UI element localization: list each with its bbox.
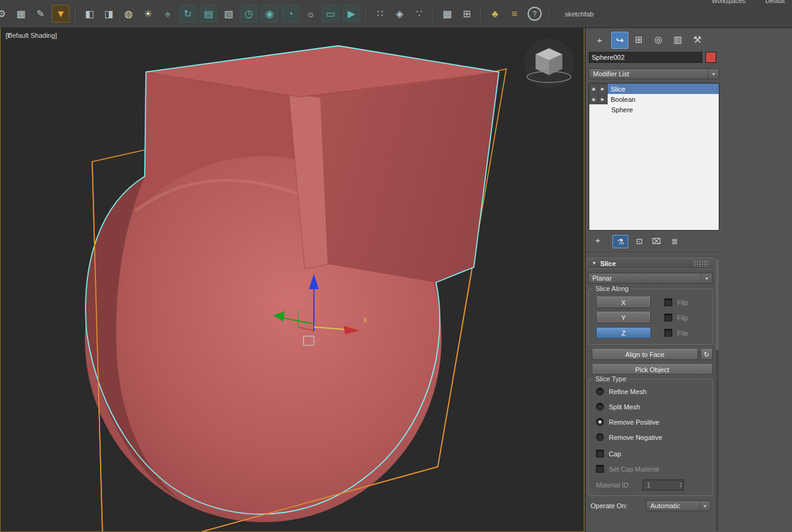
expand-arrow-icon[interactable]: ▶ — [598, 84, 608, 94]
scrollbar-thumb[interactable] — [716, 259, 719, 350]
slice-axis-z-button[interactable]: Z — [596, 327, 651, 339]
rollout-title: Slice — [600, 260, 616, 267]
stack-row-slice[interactable]: ◉ ▶ Slice — [589, 84, 719, 94]
list-box-icon[interactable]: ▤ — [200, 5, 217, 23]
tab-hierarchy[interactable]: ⊞ — [631, 32, 647, 48]
pin-stack-icon[interactable]: ⌖ — [590, 235, 605, 247]
cap-checkbox[interactable] — [596, 450, 604, 458]
remove-negative-label: Remove Negative — [609, 434, 662, 441]
forest-tool-icon[interactable]: ♣ — [487, 5, 503, 22]
slice-axis-x-button[interactable]: X — [596, 297, 651, 308]
viewcube[interactable] — [524, 38, 574, 88]
split-mesh-radio[interactable] — [596, 403, 604, 411]
align-sync-icon[interactable]: ↻ — [700, 349, 713, 360]
remove-modifier-icon[interactable]: ⌧ — [649, 235, 664, 247]
panel-scrollbar[interactable] — [716, 257, 719, 531]
material-id-spinner: 1 ▲▼ — [642, 480, 684, 491]
flip-z-checkbox — [664, 329, 672, 337]
stack-row-label[interactable]: Slice — [608, 84, 719, 94]
align-to-face-button[interactable]: Align to Face — [592, 349, 698, 360]
yellow-list-icon[interactable]: ≡ — [506, 5, 523, 22]
viewport[interactable]: x [Default Shading] — [0, 27, 584, 532]
remove-positive-radio[interactable] — [596, 418, 604, 426]
camera-toggle-icon[interactable]: ◧ — [81, 5, 98, 22]
flip-label: Flip — [677, 314, 688, 322]
operate-on-value: Automatic — [650, 502, 680, 509]
chevron-down-icon: ▼ — [708, 69, 719, 79]
camera-sync-icon[interactable]: ◨ — [101, 5, 117, 22]
asset-container-icon[interactable]: ▼ — [52, 5, 70, 23]
render-sphere-icon[interactable]: ◉ — [261, 5, 278, 23]
refresh-box-icon[interactable]: ↻ — [179, 5, 197, 23]
viewport-scene: x — [1, 28, 584, 531]
eye-icon[interactable]: ◉ — [589, 84, 598, 94]
scene-settings-icon[interactable]: ⚙ — [0, 5, 10, 22]
eye-icon[interactable]: ◉ — [589, 94, 598, 104]
tab-modify[interactable]: ↪ — [611, 32, 628, 49]
material-id-label: Material ID: — [596, 481, 630, 489]
slice-plane-type-dropdown[interactable]: Planar ▼ — [588, 273, 713, 284]
refine-mesh-radio[interactable] — [596, 387, 604, 395]
operate-on-dropdown[interactable]: Automatic ▼ — [646, 500, 711, 511]
chevron-down-icon: ▼ — [699, 501, 710, 511]
gizmo-diamond-icon[interactable]: ◈ — [391, 5, 408, 22]
object-name-field[interactable] — [589, 52, 702, 63]
remove-positive-label: Remove Positive — [609, 419, 659, 426]
uvw-checker-icon[interactable]: ▩ — [439, 5, 456, 22]
slice-rollout-header[interactable]: ▼ Slice — [587, 257, 714, 269]
stack-row-sphere[interactable]: Sphere — [589, 104, 719, 115]
display-monitor-icon[interactable]: ▭ — [322, 5, 340, 23]
rollout-grip — [694, 261, 710, 267]
workspaces-label: Workspaces: — [711, 0, 747, 4]
stack-row-label[interactable]: Boolean — [608, 94, 719, 104]
flip-y-checkbox — [664, 314, 672, 322]
viewport-filter-icon[interactable] — [5, 32, 13, 39]
workspace-selector[interactable]: Default — [765, 0, 785, 4]
toolbar-separator — [366, 6, 366, 22]
stack-row-label[interactable]: Sphere — [589, 104, 719, 115]
3ds-max-window: Workspaces: Default ⚙ ▦ ✎ ▼ ◧ ◨ ◍ ☀ ♠ ↻ … — [0, 0, 792, 532]
remove-negative-radio[interactable] — [596, 433, 604, 441]
palette-icon[interactable]: ◔ — [282, 5, 299, 23]
refine-mesh-label: Refine Mesh — [609, 388, 647, 395]
modifier-list-dropdown[interactable]: Modifier List ▼ — [589, 68, 719, 79]
show-end-result-icon[interactable]: ⚗ — [612, 235, 628, 248]
flip-label: Flip — [677, 299, 688, 306]
sun-icon[interactable]: ☀ — [140, 5, 156, 22]
timer-icon[interactable]: ◷ — [240, 5, 258, 23]
scene-object-sphere002[interactable] — [85, 46, 499, 522]
toolbar-separator — [549, 6, 550, 22]
idea-bulb-icon[interactable]: ☼ — [302, 5, 319, 22]
scene-explorer-icon[interactable]: ▦ — [13, 5, 29, 22]
plane-type-value: Planar — [592, 275, 612, 282]
toolbar-separator — [75, 6, 76, 22]
script-editor-icon[interactable]: ✎ — [32, 5, 49, 22]
object-color-swatch[interactable] — [705, 52, 716, 63]
video-monitor-icon[interactable]: ▶ — [343, 5, 360, 23]
tab-display[interactable]: ▥ — [670, 32, 686, 48]
particle-flow-icon[interactable]: ∷ — [372, 5, 388, 22]
configure-modifier-sets-icon[interactable]: ≣ — [667, 235, 682, 247]
light-bulb-icon[interactable]: ◍ — [120, 5, 137, 22]
group-title: Slice Along — [593, 285, 631, 292]
set-cap-material-checkbox — [596, 465, 604, 473]
make-unique-icon[interactable]: ⊡ — [632, 235, 647, 247]
help-icon[interactable]: ? — [528, 7, 542, 21]
slice-axis-y-button[interactable]: Y — [596, 312, 651, 323]
tab-utilities[interactable]: ⚒ — [689, 32, 705, 48]
set-cap-material-label: Set Cap Material — [609, 466, 659, 473]
expand-arrow-icon[interactable]: ▶ — [598, 94, 608, 104]
viewport-shading-label[interactable]: [Default Shading] — [5, 32, 57, 39]
tab-motion[interactable]: ◎ — [650, 32, 666, 48]
foliage-icon[interactable]: ♠ — [159, 5, 176, 22]
toolbar-separator — [481, 6, 481, 22]
stack-row-boolean[interactable]: ◉ ▶ Boolean — [589, 94, 719, 104]
annotate-icon[interactable]: ▧ — [220, 5, 237, 22]
scatter-icon[interactable]: ∵ — [411, 5, 427, 22]
schematic-icon[interactable]: ⊞ — [459, 5, 475, 22]
panel-divider — [586, 252, 724, 253]
pick-object-button[interactable]: Pick Object — [592, 364, 713, 375]
split-mesh-label: Split Mesh — [609, 403, 640, 411]
tab-create[interactable]: + — [592, 32, 608, 48]
sketchfab-label[interactable]: sketchfab — [565, 10, 594, 18]
